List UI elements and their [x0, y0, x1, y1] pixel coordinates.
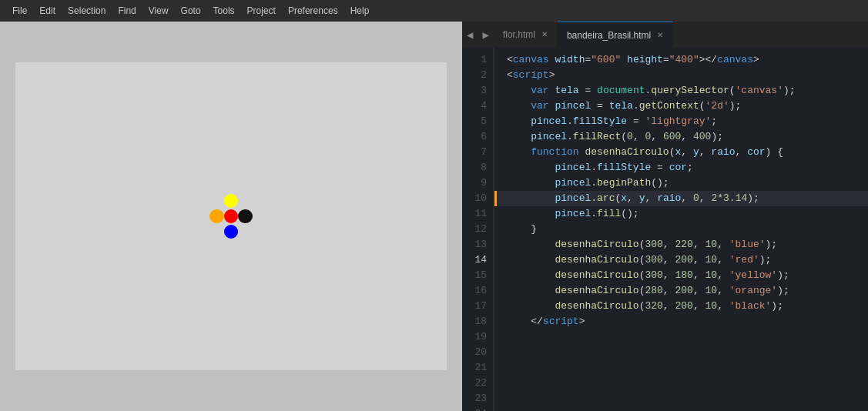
line-number-4: 4 [470, 99, 487, 114]
line-number-23: 23 [470, 391, 487, 406]
code-line-6: var pincel = tela.getContext('2d'); [494, 99, 868, 114]
line-number-17: 17 [470, 299, 487, 314]
tab-nav-next[interactable]: ▶ [478, 22, 493, 48]
line-number-12: 12 [470, 222, 487, 237]
line-number-15: 15 [470, 268, 487, 283]
menu-item-selection[interactable]: Selection [62, 2, 112, 19]
code-line-12: pincel.fillStyle = cor; [494, 160, 868, 175]
line-number-16: 16 [470, 283, 487, 299]
tab-bandeira-close[interactable]: ✕ [657, 32, 663, 39]
tab-flor-label: flor.html [503, 29, 535, 40]
menu-bar: FileEditSelectionFindViewGotoToolsProjec… [0, 0, 868, 22]
line-number-6: 6 [470, 129, 487, 145]
circle-blue [224, 225, 239, 239]
menu-item-preferences[interactable]: Preferences [282, 2, 344, 19]
code-line-24: desenhaCirculo(320, 200, 10, 'black'); [494, 299, 868, 314]
code-line-10: function desenhaCirculo(x, y, raio, cor)… [494, 145, 868, 160]
menu-item-tools[interactable]: Tools [207, 2, 241, 19]
code-content[interactable]: <canvas width="600" height="400"></canva… [494, 48, 868, 411]
tab-bar: ◀ ▶ flor.html ✕ bandeira_Brasil.html ✕ [462, 22, 868, 48]
line-number-22: 22 [470, 376, 487, 391]
tab-nav-prev[interactable]: ◀ [462, 22, 478, 48]
tab-flor[interactable]: flor.html ✕ [494, 22, 558, 48]
code-line-8: pincel.fillRect(0, 0, 600, 400); [494, 129, 868, 145]
code-line-23: desenhaCirculo(280, 200, 10, 'orange'); [494, 283, 868, 299]
menu-item-file[interactable]: File [6, 2, 33, 19]
menu-item-help[interactable]: Help [344, 2, 376, 19]
line-number-24: 24 [470, 406, 487, 411]
code-line-16: } [494, 222, 868, 237]
code-line-5: var tela = document.querySelector('canva… [494, 83, 868, 99]
line-number-9: 9 [470, 175, 487, 191]
circle-red [224, 209, 239, 224]
menu-item-edit[interactable]: Edit [33, 2, 62, 19]
circle-orange [209, 209, 224, 224]
preview-pane [0, 22, 462, 411]
menu-item-view[interactable]: View [142, 2, 175, 19]
circle-111111 [238, 209, 253, 224]
line-number-5: 5 [470, 114, 487, 129]
canvas-preview [15, 62, 447, 370]
code-line-20: desenhaCirculo(300, 200, 10, 'red'); [494, 252, 868, 268]
editor-pane: ◀ ▶ flor.html ✕ bandeira_Brasil.html ✕ 1… [462, 22, 868, 411]
line-number-13: 13 [470, 237, 487, 252]
tab-bandeira-label: bandeira_Brasil.html [567, 30, 651, 41]
main-layout: ◀ ▶ flor.html ✕ bandeira_Brasil.html ✕ 1… [0, 22, 868, 411]
code-line-13: pincel.beginPath(); [494, 175, 868, 191]
menu-item-find[interactable]: Find [112, 2, 142, 19]
line-number-10: 10 [470, 191, 487, 206]
code-line-1: <canvas width="600" height="400"></canva… [494, 52, 868, 68]
code-line-21: desenhaCirculo(300, 180, 10, 'yellow'); [494, 268, 868, 283]
line-number-2: 2 [470, 68, 487, 83]
line-number-19: 19 [470, 329, 487, 345]
code-line-25: </script> [494, 314, 868, 329]
code-area[interactable]: 1234567891011121314151617181920212223242… [462, 48, 868, 411]
code-line-14: pincel.arc(x, y, raio, 0, 2*3.14); [494, 191, 868, 206]
line-number-8: 8 [470, 160, 487, 175]
line-number-7: 7 [470, 145, 487, 160]
code-line-3: <script> [494, 68, 868, 83]
line-number-21: 21 [470, 360, 487, 376]
line-numbers: 1234567891011121314151617181920212223242… [462, 48, 494, 411]
menu-item-goto[interactable]: Goto [175, 2, 207, 19]
code-line-7: pincel.fillStyle = 'lightgray'; [494, 114, 868, 129]
circle-yellow [224, 194, 239, 209]
tab-flor-close[interactable]: ✕ [541, 31, 548, 38]
line-number-11: 11 [470, 206, 487, 222]
menu-item-project[interactable]: Project [241, 2, 282, 19]
code-line-19: desenhaCirculo(300, 220, 10, 'blue'); [494, 237, 868, 252]
line-number-14: 14 [470, 252, 487, 268]
line-number-20: 20 [470, 345, 487, 360]
line-number-3: 3 [470, 83, 487, 99]
code-line-15: pincel.fill(); [494, 206, 868, 222]
line-number-18: 18 [470, 314, 487, 329]
line-number-1: 1 [470, 52, 487, 68]
tab-bandeira[interactable]: bandeira_Brasil.html ✕ [558, 22, 673, 48]
